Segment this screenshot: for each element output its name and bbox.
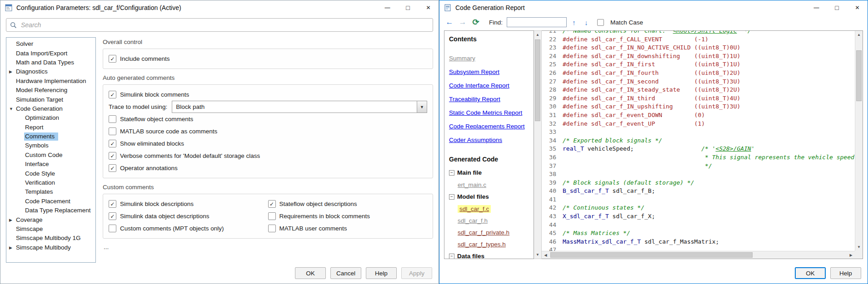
- combo-dropdown-icon[interactable]: ▼: [417, 101, 427, 113]
- minimize-button[interactable]: —: [806, 0, 827, 15]
- file-link-ert-main-c[interactable]: ert_main.c: [458, 181, 486, 188]
- contents-scrollbar[interactable]: ▲ ▼: [534, 30, 542, 259]
- checkbox-stateflow-object-comments[interactable]: [109, 115, 116, 123]
- minimize-button[interactable]: —: [377, 0, 398, 15]
- checkbox-matlab-source-code-as-comments[interactable]: [109, 127, 116, 135]
- tree-item-custom-code[interactable]: Custom Code: [6, 151, 95, 160]
- maximize-button[interactable]: □: [398, 0, 418, 15]
- tree-item-hardware-implementation[interactable]: Hardware Implementation: [6, 77, 95, 86]
- toc-link-code-interface-report[interactable]: Code Interface Report: [449, 82, 529, 89]
- tree-collapsed-icon[interactable]: ▶: [9, 245, 15, 250]
- search-box[interactable]: [6, 18, 433, 32]
- code-symbol-link[interactable]: <S28>/GAIN: [716, 145, 751, 152]
- tree-item-code-style[interactable]: Code Style: [6, 169, 95, 178]
- checkbox-custom-comments-mpt-objects-only[interactable]: [109, 225, 116, 232]
- checkbox-requirements-in-block-comments[interactable]: [268, 212, 276, 220]
- checkbox-matlab-user-comments[interactable]: [268, 225, 276, 232]
- tree-item-code-placement[interactable]: Code Placement: [6, 197, 95, 206]
- scroll-down-icon[interactable]: ▼: [855, 243, 863, 251]
- find-next-icon[interactable]: ↓: [581, 17, 591, 27]
- apply-button[interactable]: Apply: [401, 267, 432, 279]
- tree-item-coverage[interactable]: ▶Coverage: [6, 215, 95, 224]
- code-vscroll-track[interactable]: [855, 39, 863, 243]
- file-link-sdl-car-f-h[interactable]: sdl_car_f.h: [458, 217, 488, 224]
- code-symbol-link[interactable]: X_sdl_car_f_T: [563, 213, 609, 220]
- ok-button[interactable]: OK: [295, 267, 326, 279]
- ok-button[interactable]: OK: [795, 267, 826, 279]
- checkbox-simulink-block-comments[interactable]: ✓: [109, 91, 116, 98]
- refresh-icon[interactable]: ⟳: [470, 17, 481, 28]
- tree-collapsed-icon[interactable]: ▶: [9, 218, 15, 222]
- tree-item-symbols[interactable]: Symbols: [6, 141, 95, 150]
- select-trace-to-model-using[interactable]: Block path▼: [172, 101, 427, 113]
- code-symbol-link[interactable]: B_sdl_car_f_T: [563, 187, 609, 194]
- forward-icon[interactable]: →: [457, 17, 468, 28]
- file-link-sdl-car-f-private-h[interactable]: sdl_car_f_private.h: [458, 229, 509, 236]
- collapse-toggle-icon[interactable]: −: [449, 254, 454, 259]
- find-input[interactable]: [507, 17, 567, 27]
- back-icon[interactable]: ←: [444, 17, 455, 28]
- code-hscroll-thumb[interactable]: [550, 252, 753, 258]
- toc-link-traceability-report[interactable]: Traceability Report: [449, 95, 529, 103]
- match-case-checkbox[interactable]: [597, 19, 604, 26]
- checkbox-stateflow-object-descriptions[interactable]: ✓: [268, 200, 276, 208]
- tree-item-simscape[interactable]: Simscape: [6, 225, 95, 234]
- scroll-left-icon[interactable]: ◀: [542, 251, 549, 259]
- tree-item-diagnostics[interactable]: ▶Diagnostics: [6, 67, 95, 76]
- tree-item-data-import-export[interactable]: Data Import/Export: [6, 49, 95, 58]
- close-button[interactable]: ✕: [418, 0, 439, 15]
- tree-item-data-type-replacement[interactable]: Data Type Replacement: [6, 206, 95, 215]
- tree-item-verification[interactable]: Verification: [6, 178, 95, 187]
- tree-item-interface[interactable]: Interface: [6, 160, 95, 169]
- scroll-up-icon[interactable]: ▲: [855, 31, 863, 39]
- contents-scrollbar-track[interactable]: [534, 39, 541, 251]
- search-input[interactable]: [20, 21, 429, 29]
- tree-item-code-generation[interactable]: ▼Code Generation: [6, 104, 95, 113]
- toc-link-code-replacements-report[interactable]: Code Replacements Report: [449, 122, 529, 130]
- code-hscroll-track[interactable]: [549, 251, 847, 259]
- maximize-button[interactable]: □: [827, 0, 847, 15]
- checkbox-show-eliminated-blocks[interactable]: ✓: [109, 140, 116, 147]
- toc-link-summary[interactable]: Summary: [449, 54, 529, 62]
- tree-item-model-referencing[interactable]: Model Referencing: [6, 86, 95, 95]
- code-horizontal-scrollbar[interactable]: ◀ ▶: [542, 251, 855, 259]
- tree-item-simulation-target[interactable]: Simulation Target: [6, 95, 95, 104]
- tree-item-report[interactable]: Report: [6, 123, 95, 132]
- scroll-down-icon[interactable]: ▼: [534, 251, 541, 259]
- checkbox-simulink-block-descriptions[interactable]: ✓: [109, 200, 116, 208]
- tree-collapsed-icon[interactable]: ▶: [9, 69, 15, 74]
- code-vertical-scrollbar[interactable]: ▲ ▼: [855, 31, 863, 251]
- file-link-sdl-car-f-c[interactable]: sdl_car_f.c: [458, 205, 491, 213]
- tree-item-templates[interactable]: Templates: [6, 187, 95, 196]
- checkbox-verbose-comments-for-model-default-storage-class[interactable]: ✓: [109, 152, 116, 160]
- code-symbol-link[interactable]: real_T: [563, 145, 584, 152]
- contents-scrollbar-thumb[interactable]: [535, 39, 540, 121]
- code-symbol-link[interactable]: MassMatrix_sdl_car_f_T: [563, 238, 641, 245]
- toc-link-coder-assumptions[interactable]: Coder Assumptions: [449, 136, 529, 144]
- toc-link-static-code-metrics-report[interactable]: Static Code Metrics Report: [449, 109, 529, 117]
- tree-item-simscape-multibody[interactable]: ▶Simscape Multibody: [6, 243, 95, 252]
- tree-item-label: Templates: [24, 188, 57, 196]
- scroll-right-icon[interactable]: ▶: [847, 251, 855, 259]
- tree-item-optimization[interactable]: Optimization: [6, 113, 95, 122]
- scroll-up-icon[interactable]: ▲: [534, 31, 541, 39]
- checkbox-operator-annotations[interactable]: ✓: [109, 164, 116, 172]
- tree-item-solver[interactable]: Solver: [6, 39, 95, 49]
- tree-item-math-and-data-types[interactable]: Math and Data Types: [6, 58, 95, 67]
- tree-item-simscape-multibody-1g[interactable]: Simscape Multibody 1G: [6, 234, 95, 243]
- checkbox-simulink-data-object-descriptions[interactable]: ✓: [109, 212, 116, 220]
- code-symbol-link[interactable]: <Root>/Shift Logic: [673, 31, 737, 34]
- collapse-toggle-icon[interactable]: −: [449, 170, 454, 176]
- toc-link-subsystem-report[interactable]: Subsystem Report: [449, 68, 529, 76]
- checkbox-include-comments[interactable]: ✓: [109, 55, 116, 63]
- help-button[interactable]: Help: [830, 267, 861, 279]
- help-button[interactable]: Help: [366, 267, 397, 279]
- cancel-button[interactable]: Cancel: [330, 267, 361, 279]
- tree-item-comments[interactable]: Comments: [6, 132, 95, 141]
- tree-expanded-icon[interactable]: ▼: [9, 107, 15, 111]
- file-link-sdl-car-f-types-h[interactable]: sdl_car_f_types.h: [458, 241, 506, 248]
- collapse-toggle-icon[interactable]: −: [449, 194, 454, 200]
- code-vscroll-thumb[interactable]: [856, 50, 862, 101]
- close-button[interactable]: ✕: [847, 0, 868, 15]
- find-previous-icon[interactable]: ↑: [569, 17, 579, 27]
